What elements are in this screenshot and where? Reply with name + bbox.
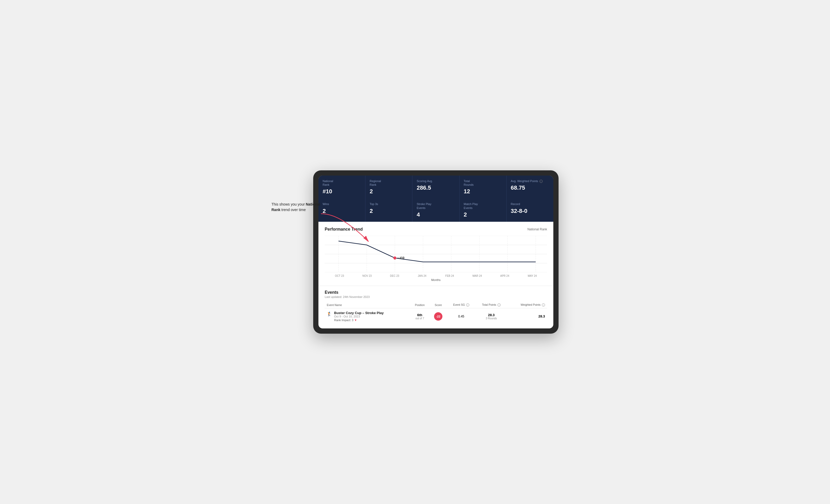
info-icon-weighted: i bbox=[540, 180, 543, 183]
events-table: Event Name Position Score Event SG i Tot… bbox=[325, 302, 547, 324]
stat-label-record: Record bbox=[511, 202, 549, 206]
arrow-graphic bbox=[318, 208, 407, 253]
chart-x-axis-title: Months bbox=[325, 278, 547, 281]
table-row: 🏌️ Buster Cozy Cup – Stroke Play Oct 9 -… bbox=[325, 308, 547, 325]
events-table-head: Event Name Position Score Event SG i Tot… bbox=[325, 302, 547, 308]
event-name-wrapper: 🏌️ Buster Cozy Cup – Stroke Play Oct 9 -… bbox=[327, 311, 408, 322]
x-label-may24: MAY 24 bbox=[519, 274, 546, 277]
col-event-name: Event Name bbox=[325, 302, 410, 308]
stat-label-scoring-avg: Scoring Avg. bbox=[417, 179, 455, 183]
stat-value-avg-weighted: 68.75 bbox=[511, 184, 549, 191]
event-total-pts-val: 28.3 bbox=[477, 313, 505, 317]
stat-match-play-events: Match PlayEvents 2 bbox=[459, 199, 506, 222]
events-title: Events bbox=[325, 290, 547, 295]
col-score: Score bbox=[429, 302, 447, 308]
stat-label-wins: Wins bbox=[323, 202, 361, 206]
stat-scoring-avg: Scoring Avg. 286.5 bbox=[412, 175, 459, 199]
stat-total-rounds: TotalRounds 12 bbox=[459, 175, 506, 199]
annotation-bold: National Rank bbox=[272, 202, 320, 212]
x-label-jan24: JAN 24 bbox=[409, 274, 436, 277]
event-position-sub: out of 7 bbox=[412, 317, 427, 320]
stat-value-match-play: 2 bbox=[464, 211, 502, 218]
x-label-mar24: MAR 24 bbox=[464, 274, 491, 277]
rank-impact-arrow: ▼ bbox=[354, 318, 357, 322]
annotation-text: This shows you your National Rank trend … bbox=[272, 202, 320, 212]
event-rounds-sub: 3 Rounds bbox=[477, 317, 505, 320]
stat-avg-weighted-points: Avg. Weighted Points i 68.75 bbox=[507, 175, 553, 199]
events-last-updated: Last updated: 24th November 2023 bbox=[325, 295, 547, 298]
x-label-dec23: DEC 23 bbox=[381, 274, 409, 277]
x-label-feb24: FEB 24 bbox=[436, 274, 464, 277]
x-label-oct23: OCT 23 bbox=[326, 274, 353, 277]
col-event-sg: Event SG i bbox=[447, 302, 476, 308]
event-date: Oct 9 - Oct 10, 2023 bbox=[334, 315, 384, 318]
x-label-nov23: NOV 23 bbox=[353, 274, 381, 277]
col-weighted-points: Weighted Points i bbox=[507, 302, 547, 308]
stat-record: Record 32-8-0 bbox=[507, 199, 553, 222]
info-icon-sg: i bbox=[466, 303, 469, 306]
perf-subtitle: National Rank bbox=[528, 228, 547, 231]
stat-value-stroke-play: 4 bbox=[417, 211, 455, 218]
event-rank-impact: Rank Impact: 3 ▼ bbox=[334, 318, 384, 322]
event-name-text: Buster Cozy Cup – Stroke Play bbox=[334, 311, 384, 315]
col-total-points: Total Points i bbox=[475, 302, 507, 308]
stat-label-stroke-play: Stroke PlayEvents bbox=[417, 202, 455, 210]
trend-dot bbox=[393, 257, 396, 260]
x-label-apr24: APR 24 bbox=[491, 274, 519, 277]
stat-label-avg-weighted: Avg. Weighted Points i bbox=[511, 179, 549, 183]
chart-x-labels: OCT 23 NOV 23 DEC 23 JAN 24 FEB 24 MAR 2… bbox=[325, 274, 547, 277]
page-wrapper: This shows you your National Rank trend … bbox=[272, 170, 558, 334]
info-icon-tp: i bbox=[498, 303, 501, 306]
event-position-cell: 6th out of 7 bbox=[410, 308, 429, 325]
event-weighted-points-cell: 28.3 bbox=[507, 308, 547, 325]
stat-regional-rank: RegionalRank 2 bbox=[365, 175, 412, 199]
event-details: Buster Cozy Cup – Stroke Play Oct 9 - Oc… bbox=[334, 311, 384, 322]
stat-value-scoring-avg: 286.5 bbox=[417, 184, 455, 191]
event-total-points-cell: 28.3 3 Rounds bbox=[475, 308, 507, 325]
stat-value-total-rounds: 12 bbox=[464, 188, 502, 195]
svg-marker-0 bbox=[363, 236, 368, 241]
stat-value-regional-rank: 2 bbox=[370, 188, 408, 195]
stats-grid-row1: NationalRank #10 RegionalRank 2 Scoring … bbox=[318, 175, 553, 199]
event-score-cell: -22 bbox=[429, 308, 447, 325]
stat-label-top3s: Top 3s bbox=[370, 202, 408, 206]
event-icon: 🏌️ bbox=[327, 311, 332, 316]
annotation: This shows you your National Rank trend … bbox=[272, 202, 324, 212]
event-score-badge: -22 bbox=[434, 312, 442, 321]
info-icon-wp: i bbox=[542, 303, 545, 306]
col-position: Position bbox=[410, 302, 429, 308]
events-table-body: 🏌️ Buster Cozy Cup – Stroke Play Oct 9 -… bbox=[325, 308, 547, 325]
events-table-header-row: Event Name Position Score Event SG i Tot… bbox=[325, 302, 547, 308]
stat-national-rank: NationalRank #10 bbox=[318, 175, 365, 199]
stat-label-match-play: Match PlayEvents bbox=[464, 202, 502, 210]
event-position-val: 6th bbox=[412, 313, 427, 317]
event-sg-value: 0.45 bbox=[458, 314, 464, 318]
event-sg-cell: 0.45 bbox=[447, 308, 476, 325]
stat-stroke-play-events: Stroke PlayEvents 4 bbox=[412, 199, 459, 222]
stat-value-record: 32-8-0 bbox=[511, 208, 549, 214]
stat-value-national-rank: #10 bbox=[323, 188, 361, 195]
stat-label-national-rank: NationalRank bbox=[323, 179, 361, 187]
svg-text:• #10: • #10 bbox=[397, 256, 405, 260]
event-name-cell: 🏌️ Buster Cozy Cup – Stroke Play Oct 9 -… bbox=[325, 308, 410, 325]
event-weighted-val: 28.3 bbox=[509, 314, 545, 318]
events-section: Events Last updated: 24th November 2023 … bbox=[318, 285, 553, 329]
stat-label-total-rounds: TotalRounds bbox=[464, 179, 502, 187]
stat-label-regional-rank: RegionalRank bbox=[370, 179, 408, 187]
